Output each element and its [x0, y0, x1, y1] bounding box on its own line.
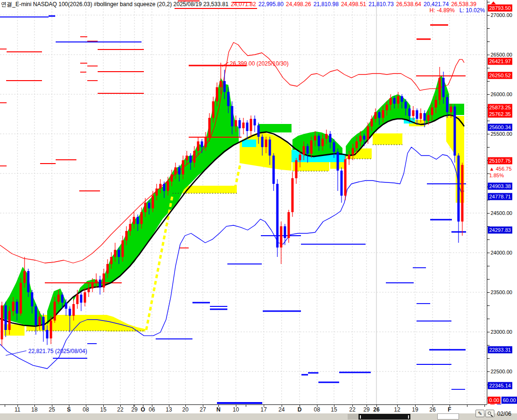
price-annotation: 22,821.75 (2025/08/04): [28, 348, 87, 354]
candle-body: [450, 107, 452, 112]
candle-body: [107, 264, 109, 273]
date-tick-label: 11: [15, 406, 20, 413]
candle-body: [205, 137, 207, 147]
candle-body: [458, 156, 460, 222]
time-axis[interactable]: 111825S08152229O06132027N101724D08152229…: [0, 404, 487, 413]
price-marker-label: 25600.34: [488, 124, 512, 131]
axis-tick: [487, 253, 490, 253]
price-marker-label: 25762.35: [488, 111, 512, 118]
axis-tick: [484, 405, 485, 407]
candle-body: [258, 125, 260, 137]
price-marker-label: 25873.25: [488, 104, 512, 111]
candle-body: [193, 151, 196, 163]
candle-body: [129, 224, 132, 231]
candle-body: [344, 159, 347, 196]
candle-body: [122, 240, 124, 257]
axis-tick: [487, 319, 490, 319]
axis-tick: [487, 213, 490, 214]
axis-tick: [487, 266, 490, 266]
date-tick-label: 13: [166, 406, 172, 413]
candle-body: [20, 283, 22, 313]
scrollbar-range-box[interactable]: [437, 413, 459, 420]
axis-tick: [487, 345, 490, 346]
squeeze-cloud-yellow: [292, 162, 329, 171]
scrollbar-track-segment[interactable]: [348, 414, 359, 420]
candle-body: [424, 113, 426, 121]
candle-body: [220, 81, 222, 87]
candle-body: [16, 302, 18, 313]
candle-body: [246, 123, 249, 131]
candle-body: [24, 271, 26, 283]
date-tick-label: 22: [117, 406, 123, 413]
candle-body: [359, 136, 362, 141]
date-tick-label: 22: [349, 406, 355, 413]
candle-body: [73, 304, 75, 316]
candle-body: [352, 148, 354, 155]
squeeze-cloud-yellow: [107, 315, 145, 331]
date-tick-label: 08: [83, 406, 89, 413]
date-tick-label: 27: [200, 406, 206, 413]
candle-body: [133, 217, 135, 224]
price-marker-label: 26250.52: [488, 72, 512, 79]
candle-body: [110, 257, 113, 264]
clamped-low-label: 60.00: [501, 397, 517, 404]
candle-body: [231, 106, 233, 126]
squeeze-cloud-green: [258, 124, 292, 132]
candle-body: [439, 78, 441, 100]
axis-tick: [487, 55, 490, 55]
axis-tick: [487, 81, 490, 82]
candle-body: [435, 100, 437, 107]
candle-body: [156, 189, 158, 196]
date-tick-label: D: [298, 406, 302, 413]
candle-body: [227, 92, 230, 106]
price-tick-label: 23500.00: [491, 289, 512, 295]
axis-tick: [5, 405, 5, 407]
candle-body: [431, 107, 434, 115]
candle-body: [175, 167, 177, 174]
zoom-button[interactable]: [485, 410, 494, 417]
candle-body: [250, 119, 252, 131]
moving-average-line: [0, 115, 464, 326]
price-tick-label: 26000.00: [491, 91, 512, 97]
candle-body: [216, 87, 218, 101]
candle-body: [393, 98, 396, 104]
candle-body: [356, 141, 358, 148]
price-marker-label: 24778.71: [488, 193, 512, 200]
date-tick-label: S: [67, 406, 71, 413]
candle-body: [8, 311, 11, 330]
candle-body: [288, 212, 290, 238]
candle-body: [416, 110, 418, 119]
candle-body: [224, 81, 226, 92]
h-scrollbar[interactable]: [0, 413, 517, 420]
date-tick-label: 17: [260, 406, 267, 413]
candle-body: [254, 119, 256, 125]
candle-body: [371, 119, 373, 126]
price-chart-canvas[interactable]: 26,399.00 (2025/10/30)22,821.75 (2025/08…: [0, 0, 487, 404]
candle-body: [76, 295, 79, 304]
candle-body: [427, 115, 430, 121]
date-tick-label: 29: [363, 406, 369, 413]
candle-body: [80, 295, 83, 303]
candle-body: [235, 120, 237, 126]
candle-body: [446, 97, 449, 112]
date-tick-label: 12: [394, 406, 400, 413]
scrollbar-thumb[interactable]: [359, 414, 410, 420]
price-marker-label: 24903.38: [488, 183, 512, 190]
axis-tick: [487, 2, 490, 2]
lower-bollinger-line: [0, 147, 464, 369]
candle-body: [280, 226, 283, 247]
candle-body: [367, 126, 369, 140]
candle-body: [118, 250, 120, 257]
draw-tool-button[interactable]: ✎: [475, 410, 484, 417]
date-tick-label: 26: [429, 406, 435, 413]
candle-body: [171, 174, 173, 181]
candle-body: [409, 108, 411, 116]
date-tick-label: 18: [31, 406, 37, 413]
date-tick-label: 15: [331, 406, 337, 413]
price-tick-label: 26500.00: [491, 52, 512, 58]
price-axis[interactable]: 27000.0026500.0026000.0025500.0024500.00…: [487, 0, 517, 404]
chart-plot-area[interactable]: 26,399.00 (2025/10/30)22,821.75 (2025/08…: [0, 0, 487, 404]
candle-body: [378, 112, 381, 118]
date-tick-label: 15: [100, 406, 106, 413]
candle-body: [341, 171, 343, 196]
